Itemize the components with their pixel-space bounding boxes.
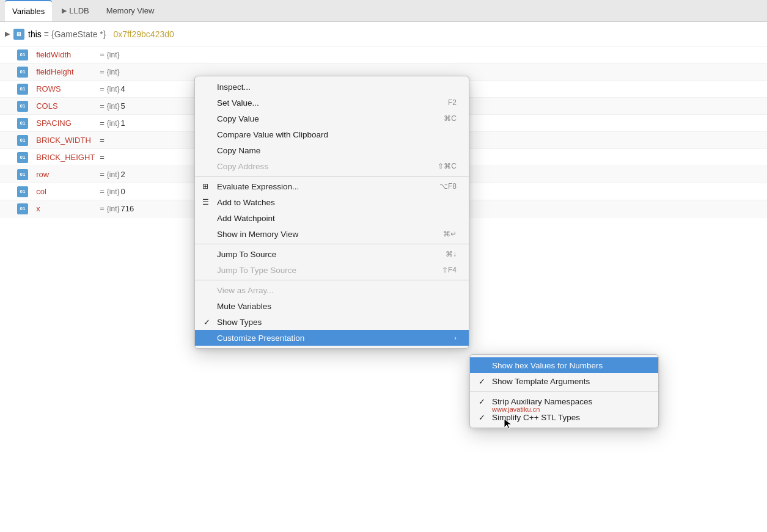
menu-item-show-memory-label: Show in Memory View — [217, 230, 298, 239]
show-template-check-icon: ✓ — [479, 377, 485, 386]
var-eq-col: = — [100, 187, 105, 196]
menu-item-add-watches[interactable]: ☰ Add to Watches — [195, 194, 469, 210]
menu-item-show-memory[interactable]: Show in Memory View ⌘↵ — [195, 226, 469, 242]
watches-icon: ☰ — [202, 198, 209, 206]
menu-item-copy-name-label: Copy Name — [217, 146, 260, 155]
submenu-item-show-hex[interactable]: Show hex Values for Numbers — [470, 357, 658, 373]
this-type-icon: ⊞ — [13, 29, 24, 40]
var-eq-fieldheight: = — [100, 67, 105, 76]
menu-item-jump-source-label: Jump To Source — [217, 250, 276, 259]
var-val-col: 0 — [121, 187, 125, 196]
var-eq-rows: = — [100, 84, 105, 93]
var-type-x: {int} — [107, 205, 120, 213]
var-icon-brickheight: 01 — [17, 152, 28, 163]
var-name-brickheight: BRICK_HEIGHT — [36, 153, 97, 162]
submenu-item-show-template[interactable]: ✓ Show Template Arguments — [470, 373, 658, 389]
var-type-rows: {int} — [107, 85, 120, 93]
watermark: www.javatiku.cn — [492, 406, 540, 413]
menu-item-copy-address[interactable]: Copy Address ⇧⌘C — [195, 158, 469, 174]
watermark-text: www.javatiku.cn — [492, 406, 540, 413]
var-row-fieldwidth[interactable]: 01 fieldWidth = {int} — [0, 46, 767, 64]
var-eq-spacing: = — [100, 118, 105, 128]
this-var-name: this — [28, 29, 42, 39]
tab-memory-view-label: Memory View — [106, 6, 155, 15]
var-eq-brickheight: = — [100, 153, 105, 162]
submenu-item-show-template-label: Show Template Arguments — [492, 377, 590, 386]
menu-item-inspect-label: Inspect... — [217, 82, 251, 92]
menu-item-set-value[interactable]: Set Value... F2 — [195, 95, 469, 111]
var-name-spacing: SPACING — [36, 118, 97, 128]
var-icon-col: 01 — [17, 186, 28, 197]
menu-item-copy-value[interactable]: Copy Value ⌘C — [195, 111, 469, 126]
menu-item-jump-type[interactable]: Jump To Type Source ⇧F4 — [195, 262, 469, 278]
menu-item-add-watchpoint[interactable]: Add Watchpoint — [195, 210, 469, 226]
menu-item-show-types-label: Show Types — [217, 318, 262, 327]
submenu-customize: Show hex Values for Numbers ✓ Show Templ… — [469, 354, 659, 428]
separator-1 — [195, 176, 469, 177]
var-icon-row: 01 — [17, 169, 28, 180]
simplify-stl-check-icon: ✓ — [479, 413, 485, 422]
separator-2 — [195, 244, 469, 244]
menu-item-show-memory-shortcut: ⌘↵ — [443, 230, 457, 238]
var-icon-rows: 01 — [17, 84, 28, 95]
tab-memory-view[interactable]: Memory View — [99, 0, 162, 21]
menu-item-jump-source[interactable]: Jump To Source ⌘↓ — [195, 246, 469, 262]
var-name-x: x — [36, 204, 97, 213]
var-type-col: {int} — [107, 188, 120, 196]
var-val-rows: 4 — [121, 84, 125, 93]
submenu-separator-1 — [470, 391, 658, 392]
var-name-fieldheight: fieldHeight — [36, 67, 97, 76]
var-eq-x: = — [100, 204, 105, 213]
expand-arrow-icon: ▶ — [5, 30, 10, 38]
lldb-icon: ▶ — [62, 7, 67, 15]
var-type-fieldwidth: {int} — [107, 51, 120, 59]
menu-item-mute-vars-label: Mute Variables — [217, 302, 271, 311]
var-icon-fieldheight: 01 — [17, 67, 28, 78]
var-eq-fieldwidth: = — [100, 50, 105, 59]
menu-item-set-value-label: Set Value... — [217, 98, 259, 107]
context-menu: Inspect... Set Value... F2 Copy Value ⌘C… — [194, 76, 469, 349]
submenu-item-simplify-stl-label: Simplify C++ STL Types — [492, 413, 580, 422]
tab-variables[interactable]: Variables — [5, 0, 52, 21]
var-type-fieldheight: {int} — [107, 68, 120, 76]
menu-item-view-array[interactable]: View as Array... — [195, 282, 469, 298]
tab-lldb[interactable]: ▶ LLDB — [54, 0, 97, 21]
menu-item-customize[interactable]: Customize Presentation › — [195, 330, 469, 346]
this-equals: = — [44, 29, 49, 39]
menu-item-show-types[interactable]: ✓ Show Types — [195, 314, 469, 330]
var-name-cols: COLS — [36, 101, 97, 111]
evaluate-icon: ⊞ — [202, 182, 208, 191]
this-address: 0x7ff29bc423d0 — [113, 29, 174, 39]
tab-bar: Variables ▶ LLDB Memory View — [0, 0, 767, 22]
menu-item-compare[interactable]: Compare Value with Clipboard — [195, 126, 469, 142]
var-name-col: col — [36, 187, 97, 196]
variables-panel: ▶ ⊞ this = {GameState *} 0x7ff29bc423d0 … — [0, 22, 767, 532]
menu-item-evaluate[interactable]: ⊞ Evaluate Expression... ⌥F8 — [195, 178, 469, 194]
this-type: {GameState *} — [51, 29, 106, 39]
var-val-x: 716 — [121, 204, 134, 213]
menu-item-set-value-shortcut: F2 — [448, 98, 457, 107]
menu-item-customize-label: Customize Presentation — [217, 333, 304, 343]
menu-item-evaluate-shortcut: ⌥F8 — [439, 182, 457, 191]
var-icon-x: 01 — [17, 203, 28, 214]
var-val-row: 2 — [121, 170, 125, 179]
var-val-spacing: 1 — [121, 118, 125, 128]
var-icon-fieldwidth: 01 — [17, 49, 28, 60]
var-val-cols: 5 — [121, 101, 125, 111]
menu-item-jump-source-shortcut: ⌘↓ — [446, 250, 457, 258]
menu-item-copy-value-shortcut: ⌘C — [444, 114, 457, 123]
strip-aux-check-icon: ✓ — [479, 397, 485, 406]
show-types-check-icon: ✓ — [204, 318, 210, 327]
this-row[interactable]: ▶ ⊞ this = {GameState *} 0x7ff29bc423d0 — [0, 22, 767, 46]
menu-item-copy-name[interactable]: Copy Name — [195, 142, 469, 158]
menu-item-inspect[interactable]: Inspect... — [195, 79, 469, 95]
separator-3 — [195, 280, 469, 280]
menu-item-copy-address-label: Copy Address — [217, 162, 268, 171]
submenu-item-show-hex-label: Show hex Values for Numbers — [492, 361, 603, 370]
var-type-row: {int} — [107, 170, 120, 179]
var-type-cols: {int} — [107, 102, 120, 111]
this-space — [109, 29, 111, 39]
menu-item-add-watches-label: Add to Watches — [217, 198, 275, 207]
menu-item-compare-label: Compare Value with Clipboard — [217, 130, 328, 139]
menu-item-mute-vars[interactable]: Mute Variables — [195, 298, 469, 314]
